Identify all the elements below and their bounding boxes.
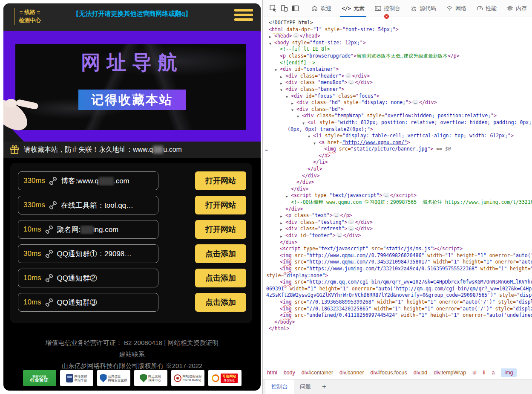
orange-swirl-badge[interactable]: 可信网站身份验证 xyxy=(208,370,242,386)
code-line[interactable]: <img src="http://www.qqmu.com//0.3453210… xyxy=(263,259,532,266)
code-line[interactable]: <img src="https://www.juming.com/t/33210… xyxy=(263,266,532,272)
link-box[interactable]: 10ms聚名网:juming.com xyxy=(18,220,158,239)
toolbar-divider xyxy=(303,3,303,14)
link-box[interactable]: 10msQQ通知群② xyxy=(18,269,158,287)
link-box[interactable]: 10msQQ通知群③ xyxy=(18,293,158,312)
red-seal-badge[interactable]: 网站信用良好Credit Rating xyxy=(171,370,204,386)
code-line[interactable]: 069391" width="1" height="1" onerror="au… xyxy=(263,286,532,293)
open-site-button[interactable]: 打开网站 xyxy=(195,196,246,214)
code-line[interactable]: ▼<li style="display: table-cell; vertica… xyxy=(263,133,532,139)
open-site-button[interactable]: 点击添加 xyxy=(195,293,246,312)
menu-icon[interactable] xyxy=(234,9,253,21)
site-header: = 线路 = 检测中心 【无法打开请更换其他运营商网络或翻q】 xyxy=(3,3,261,31)
breadcrumb-item[interactable]: ul xyxy=(472,370,477,376)
code-line[interactable]: ▶<div class="menuBox">…</div> xyxy=(263,79,532,86)
code-line[interactable]: ▼<div class="bd"> xyxy=(263,106,532,113)
breadcrumb-item[interactable]: div.tempWrap xyxy=(434,370,466,376)
code-line[interactable]: </a> xyxy=(263,153,532,159)
breadcrumb-item[interactable]: li xyxy=(483,370,486,376)
node-menu-icon[interactable]: … xyxy=(265,146,268,153)
code-line[interactable]: 4zSsKftZ8W2yswIgvGGZlKVYhrWrQrVChD6RR87l… xyxy=(263,292,532,299)
code-line[interactable]: ▼<div id="container"> xyxy=(263,66,532,73)
code-line[interactable]: </div> xyxy=(263,173,532,180)
inspect-icon[interactable] xyxy=(268,2,279,15)
tab-home[interactable]: 欢迎 xyxy=(306,0,336,17)
code-line[interactable]: ▶<div class="hd" style="display: none;">… xyxy=(263,99,532,106)
code-line[interactable]: ▼<body style="font-size: 12px;"> xyxy=(263,40,532,46)
code-line[interactable]: </div> xyxy=(263,206,532,213)
breadcrumb-item[interactable]: div.bd xyxy=(414,370,427,376)
add-drawer-tab-button[interactable]: + xyxy=(317,380,331,394)
code-line[interactable]: <img src="http://www.qqmu.com//0.7994698… xyxy=(263,252,532,259)
code-line[interactable]: (0px, 0px) translateZ(0px);"> xyxy=(263,126,532,133)
breadcrumb-item[interactable]: a xyxy=(492,370,495,376)
code-line[interactable]: </div> xyxy=(263,179,532,186)
code-line[interactable]: </html> xyxy=(263,325,532,332)
code-line[interactable]: </body> xyxy=(263,319,532,326)
code-line[interactable]: </ul> xyxy=(263,166,532,173)
tab-performance[interactable]: 性能 xyxy=(472,0,502,17)
code-line[interactable]: ▼<a href="http://www.qqmu.com/"> xyxy=(263,139,532,146)
code-line[interactable]: style="display:none"> xyxy=(263,272,532,279)
code-line[interactable]: <img src="//0.1863233420325865" width="1… xyxy=(263,306,532,313)
footer-contact[interactable]: 建站联系 xyxy=(3,348,261,360)
code-line[interactable]: <img src="//0.13936588995399268" width="… xyxy=(263,299,532,306)
police-badge[interactable]: 网络警察举报平台 xyxy=(60,370,93,386)
code-line[interactable]: </div> xyxy=(263,239,532,246)
code-line[interactable]: <!--[if lt IE 8]> xyxy=(263,46,532,53)
code-line[interactable]: </li> xyxy=(263,159,532,166)
breadcrumb-item[interactable]: div.banner xyxy=(339,370,364,376)
breadcrumb-item[interactable]: div#container xyxy=(302,370,333,376)
tab-memory[interactable]: 内存 xyxy=(502,0,532,17)
code-line[interactable]: …<img src="static/picture/banner.jpg"> =… xyxy=(263,146,532,153)
link-box[interactable]: 330ms在线工具箱：tool.qq… xyxy=(18,196,158,214)
breadcrumb-item[interactable]: img xyxy=(501,368,516,377)
green-shield-badge[interactable]: 网上交易保障中心 xyxy=(134,370,167,386)
green-ribbon-badge[interactable]: 安全V认证行业验证 xyxy=(23,370,56,386)
tab-console[interactable]: ✕控制台 xyxy=(370,0,405,17)
device-emulation-icon[interactable] xyxy=(279,2,290,15)
sources-icon xyxy=(411,5,417,12)
tab-elements[interactable]: </>元素 xyxy=(336,0,370,17)
code-line[interactable]: ▶<head>…</head> xyxy=(263,33,532,40)
code-line[interactable]: ▼<ul style="width: 612px; position: rela… xyxy=(263,119,532,126)
tab-network[interactable]: 网络 xyxy=(441,0,472,17)
drawer-tab-issues[interactable]: 问题 xyxy=(294,380,317,394)
code-line[interactable]: <img src="http://qm.qq.com/cgi-bin/qm/qr… xyxy=(263,279,532,286)
code-line[interactable]: ▶<div class="header">…</div> xyxy=(263,73,532,80)
open-site-button[interactable]: 打开网站 xyxy=(195,171,246,190)
elements-icon: </> xyxy=(342,6,351,12)
code-line[interactable]: <!DOCTYPE html> xyxy=(263,20,532,26)
link-box[interactable]: 30msQQ通知群①：29098… xyxy=(18,244,158,263)
code-line[interactable]: <![endif]--> xyxy=(263,60,532,67)
code-line[interactable]: <img src="undefined/0.41118256997445424"… xyxy=(263,312,532,319)
tab-sources[interactable]: 源代码 xyxy=(405,0,441,17)
footer-license: 增值电信业务经营许可证： B2-20080418 | 网站相关资质证明 xyxy=(3,337,261,348)
code-line[interactable]: </div> xyxy=(263,186,532,193)
breadcrumb-item[interactable]: div#focus.focus xyxy=(371,370,407,376)
breadcrumb-item[interactable]: html xyxy=(267,370,277,376)
open-site-button[interactable]: 点击添加 xyxy=(195,269,246,287)
code-line[interactable]: <html data-dpr="1" style="font-size: 54p… xyxy=(263,26,532,33)
chain-link-icon xyxy=(45,226,53,234)
code-line[interactable]: ▶<div class="refresh">…</div> xyxy=(263,226,532,232)
blue-shield-badge[interactable]: 公共信息网络安全监察 xyxy=(97,370,130,386)
open-site-button[interactable]: 打开网站 xyxy=(195,220,246,239)
code-line[interactable]: <!--QQ沐编程 www.qqmu.com 学习QQ群：290987565 域… xyxy=(263,199,532,206)
banner[interactable]: 网址导航 记得收藏本站 xyxy=(3,31,261,142)
code-line[interactable]: ▼<div class="tempWrap" style="overflow:h… xyxy=(263,113,532,119)
code-line[interactable]: ▶<script type="text/javascript">…</scrip… xyxy=(263,192,532,199)
open-site-button[interactable]: 点击添加 xyxy=(195,244,246,263)
code-line[interactable]: ▶<p class="text">…</p> xyxy=(263,212,532,219)
code-line[interactable]: <p class="browserupgrade">当前浏览器版本太低,建议升级… xyxy=(263,53,532,60)
code-line[interactable]: ▼<div id="focus" class="focus"> xyxy=(263,93,532,100)
dock-side-icon[interactable] xyxy=(290,2,301,15)
link-box[interactable]: 330ms博客:www.qqmu.com xyxy=(18,171,158,190)
code-line[interactable]: ▶<div class="testing">…</div> xyxy=(263,219,532,226)
code-line[interactable]: ▶<div id="footer">…</div> xyxy=(263,232,532,239)
drawer-tab-console[interactable]: 控制台 xyxy=(265,380,294,394)
breadcrumb-item[interactable]: body xyxy=(284,370,295,376)
code-line[interactable]: ▼<div class="banner"> xyxy=(263,86,532,93)
link-label: QQ通知群③ xyxy=(57,298,97,307)
code-line[interactable]: <script type="text/javascript" src="stat… xyxy=(263,246,532,252)
